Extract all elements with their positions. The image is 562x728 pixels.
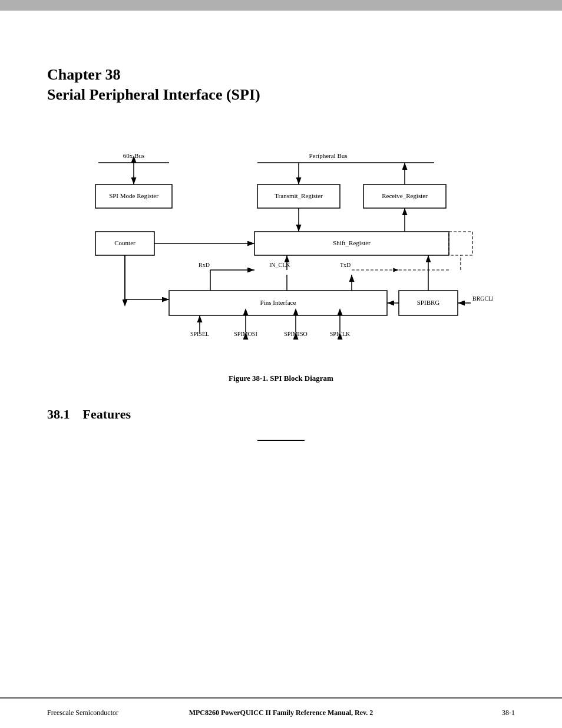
section-number: 38.1 xyxy=(47,407,70,421)
chapter-subtitle: Serial Peripheral Interface (SPI) xyxy=(47,86,260,103)
chapter-heading: Chapter 38 Serial Peripheral Interface (… xyxy=(47,65,515,105)
section-heading: 38.1 Features xyxy=(47,407,515,422)
footer-right: 38-1 xyxy=(502,709,515,717)
counter-label: Counter xyxy=(114,239,135,246)
chapter-title-line1: Chapter 38 xyxy=(47,66,120,83)
figure-caption: Figure 38-1. SPI Block Diagram xyxy=(229,374,333,383)
svg-rect-16 xyxy=(449,232,472,255)
shift-register-label: Shift_Register xyxy=(333,239,371,246)
60x-bus-label: 60x Bus xyxy=(123,152,144,159)
footer-separator xyxy=(0,697,562,699)
spibrg-label: SPIBRG xyxy=(417,298,440,305)
block-diagram: 60x Bus SPI Mode Register Peripheral Bus… xyxy=(47,140,515,364)
footer-left: Freescale Semiconductor xyxy=(47,709,118,717)
transmit-register-label: Transmit_Register xyxy=(275,192,323,199)
diagram-section: 60x Bus SPI Mode Register Peripheral Bus… xyxy=(47,140,515,383)
in-clk-label: IN_CLK xyxy=(269,262,290,268)
txd-label: TxD xyxy=(340,262,351,268)
pins-interface-label: Pins Interface xyxy=(260,298,296,305)
receive-register-label: Receive_Register xyxy=(382,192,428,199)
rxd-label: RxD xyxy=(199,262,210,268)
content-divider xyxy=(257,440,305,441)
section-title: Features xyxy=(83,407,131,421)
peripheral-bus-label: Peripheral Bus xyxy=(309,152,347,159)
brgclk-label: BRGCLK xyxy=(472,295,493,302)
spi-mode-register-label: SPI Mode Register xyxy=(109,192,158,199)
footer-center: MPC8260 PowerQUICC II Family Reference M… xyxy=(189,709,373,717)
